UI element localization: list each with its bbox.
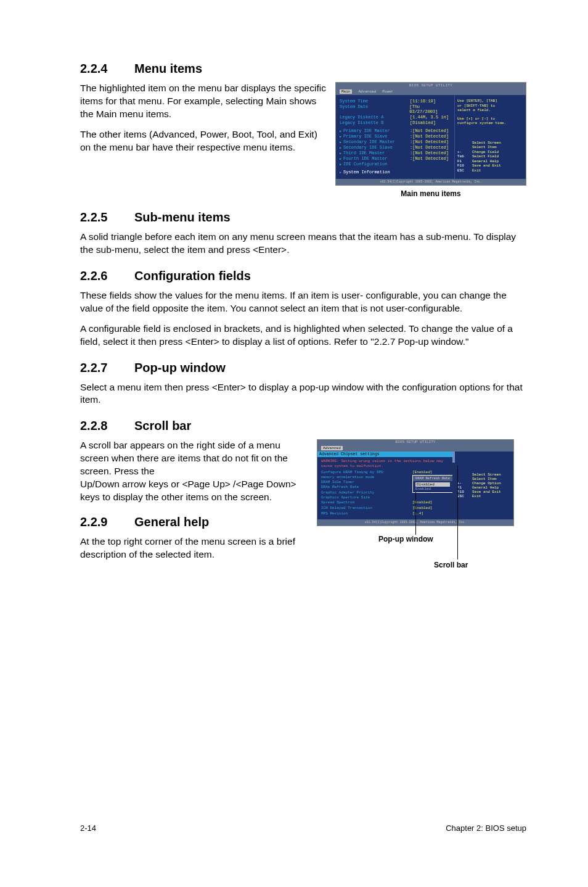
footer-chapter: Chapter 2: BIOS setup [446, 823, 526, 833]
para-229-1: At the top right corner of the menu scre… [80, 535, 308, 561]
para-226-2: A configurable field is enclosed in brac… [80, 323, 526, 349]
para-225-1: A solid triangle before each item on any… [80, 231, 526, 257]
fig1-caption: Main menu items [335, 189, 526, 198]
para-224-2: The other items (Advanced, Power, Boot, … [80, 128, 327, 154]
popup-box: DRAM Refresh Rate Disabled Enabled [412, 475, 453, 493]
para-226-1: These fields show the values for the men… [80, 289, 526, 315]
para-228-1: A scroll bar appears on the right side o… [80, 439, 308, 478]
heading-228: 2.2.8Scroll bar [80, 419, 526, 433]
heading-226: 2.2.6Configuration fields [80, 269, 526, 283]
para-228-2: Up/Down arrow keys or <Page Up> /<Page D… [80, 478, 308, 504]
bios-main-figure: BIOS SETUP UTILITY MainAdvancedPower Sys… [335, 82, 526, 186]
heading-225: 2.2.5Sub-menu items [80, 210, 526, 225]
para-224-1: The highlighted item on the menu bar dis… [80, 82, 327, 121]
heading-224: 2.2.4Menu items [80, 62, 526, 76]
scrollbar [452, 452, 455, 519]
footer-page: 2-14 [80, 823, 96, 833]
fig2-caption-scroll: Scroll bar [434, 561, 468, 569]
para-227-1: Select a menu item then press <Enter> to… [80, 381, 526, 407]
heading-227: 2.2.7Pop-up window [80, 361, 526, 375]
fig2-caption-popup: Pop-up window [378, 535, 433, 543]
heading-229: 2.2.9General help [80, 515, 308, 529]
